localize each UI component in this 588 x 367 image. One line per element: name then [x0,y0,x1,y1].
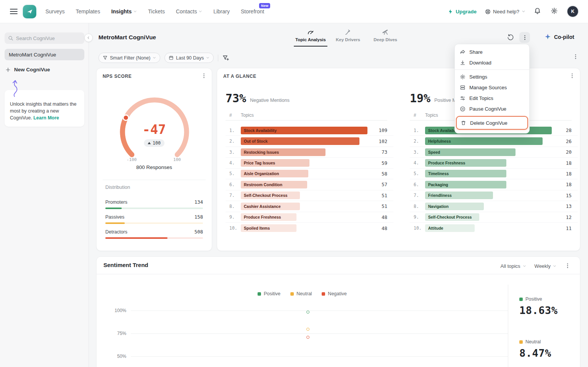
nav-item-library[interactable]: Library [213,8,230,14]
topic-rank: 8. [229,204,241,209]
menu-item-delete-cognivue[interactable]: Delete CogniVue [457,117,527,129]
upgrade-link[interactable]: Upgrade [448,9,477,14]
topic-bar[interactable]: Timeliness [425,170,506,177]
topic-row: 1.Stock Availability109 [226,125,393,136]
topic-value: 57 [367,182,387,187]
menu-item-share[interactable]: Share [455,47,529,57]
topic-bar[interactable]: Produce Freshness [241,213,296,221]
notifications-button[interactable] [534,7,542,16]
menu-item-pause-cognivue[interactable]: Pause CogniVue [455,103,529,114]
settings-button[interactable] [551,7,559,16]
topic-bar-track: Restocking Issues [241,148,367,156]
avatar[interactable]: K [567,6,578,17]
topic-bar[interactable]: Produce Freshness [425,159,506,167]
topic-bar[interactable]: Cashier Assistance [241,203,300,210]
trash-icon [461,120,466,126]
glance-card-kebab-button[interactable] [569,73,575,79]
legend-item-neutral[interactable]: Neutral [290,291,312,296]
learn-more-link[interactable]: Learn More [33,115,59,121]
topic-value: 102 [367,138,387,144]
topic-bar[interactable]: Stock Availability [241,127,367,134]
y-axis-label: 75% [107,331,126,336]
new-cognivue-button[interactable]: New CogniVue [5,67,50,72]
add-filter-button[interactable] [222,55,229,61]
topics-column-header: Topics [241,113,254,118]
distribution-rows: Promoters134Passives158Detractors508 [105,194,203,239]
negative-mentions-column: 73% Negative Mentions # Topics 1.Stock A… [226,85,393,233]
topic-bar[interactable]: Attitude [425,224,475,232]
data-point-positive[interactable] [306,311,309,314]
topic-bar[interactable]: Packaging [425,181,506,188]
app-logo[interactable] [23,5,36,18]
nav-item-tickets[interactable]: Tickets [148,8,165,14]
nav-item-surveys[interactable]: Surveys [45,8,65,14]
topic-bar-track: Produce Freshness [241,213,367,221]
menu-item-label: Edit Topics [469,95,493,101]
distribution-value: 134 [194,199,203,205]
menu-item-download[interactable]: Download [455,57,529,68]
topic-row: 3.Restocking Issues73 [226,147,393,158]
nav-item-contacts[interactable]: Contacts [176,8,202,14]
topic-row: 3.Speed20 [410,147,578,158]
context-menu: ShareDownloadSettingsManage SourcesEdit … [454,44,530,134]
topic-bar[interactable]: Friendliness [425,192,493,199]
topic-label: Spoiled Items [241,226,273,230]
topic-bar-track: Aisle Organization [241,170,367,177]
all-topics-dropdown[interactable]: All topics [501,263,526,269]
smart-filter-dropdown[interactable]: Smart Filter (None) [98,53,160,63]
topic-rank: 9. [414,214,425,220]
topic-bar[interactable]: Restroom Condition [241,181,307,188]
topic-bar[interactable]: Self-Checkout Process [425,213,479,221]
tab-topic-analysis[interactable]: Topic Analysis [294,27,327,47]
gridline [131,356,508,357]
topic-bar[interactable]: Speed [425,148,516,156]
menu-item-settings[interactable]: Settings [455,71,529,82]
topic-row: 7.Friendliness15 [410,190,578,201]
hamburger-menu-icon[interactable] [10,9,18,14]
summary-value: 8.47% [519,347,551,359]
data-point-negative[interactable] [306,336,309,339]
chevron-down-icon [153,56,156,60]
date-range-dropdown[interactable]: Last 90 Days [164,53,214,63]
nav-item-insights[interactable]: Insights [111,8,137,14]
topic-bar[interactable]: Price Tag Issues [241,159,309,167]
legend-item-negative[interactable]: Negative [322,291,346,296]
topic-bar[interactable]: Out of Stock [241,137,359,145]
legend-item-positive[interactable]: Positive [258,291,280,296]
nav-item-storefront[interactable]: StorefrontNew [241,8,264,14]
topic-bar-track: Out of Stock [241,137,367,145]
distribution-bar [105,222,125,224]
glance-card-title: AT A GLANCE [223,74,256,79]
tab-key-drivers[interactable]: Key Drivers [331,27,365,47]
nav-item-templates[interactable]: Templates [76,8,100,14]
sidebar-item-metromart-cognivue[interactable]: MetroMart CogniVue [5,49,84,60]
nps-card-kebab-button[interactable] [201,73,207,79]
topic-value: 18 [552,182,572,187]
nps-card-title: NPS SCORE [103,74,132,79]
sentiment-kebab-button[interactable] [565,263,571,269]
topic-bar[interactable]: Spoiled Items [241,224,296,232]
summary-swatch [519,298,523,301]
date-range-label: Last 90 Days [176,55,204,61]
topic-bar[interactable]: Helpfulness [425,137,543,145]
topic-value: 48 [367,214,387,220]
topic-bar[interactable]: Aisle Organization [241,170,308,177]
edit-topics-icon [460,95,466,101]
topic-bar[interactable]: Restocking Issues [241,148,325,156]
topic-bar[interactable]: Self-Checkout Process [241,192,300,199]
interval-dropdown[interactable]: Weekly [535,263,556,269]
header-kebab-button[interactable] [519,32,530,43]
topic-bar-track: Navigation [425,203,552,210]
sidebar-collapse-button[interactable] [84,34,93,42]
topic-row: 10.Spoiled Items48 [226,223,393,233]
need-help-menu[interactable]: Need help? [485,9,525,14]
tab-deep-dives[interactable]: Deep Dives [369,27,402,47]
menu-item-manage-sources[interactable]: Manage Sources [455,82,529,93]
refresh-button[interactable] [507,34,514,41]
copilot-button[interactable]: Co-pilot [545,34,574,40]
topic-bar[interactable]: Navigation [425,203,484,210]
menu-item-edit-topics[interactable]: Edit Topics [455,93,529,103]
filter-row-kebab-button[interactable] [573,54,579,60]
data-point-neutral[interactable] [306,328,309,331]
search-input[interactable] [5,32,84,44]
